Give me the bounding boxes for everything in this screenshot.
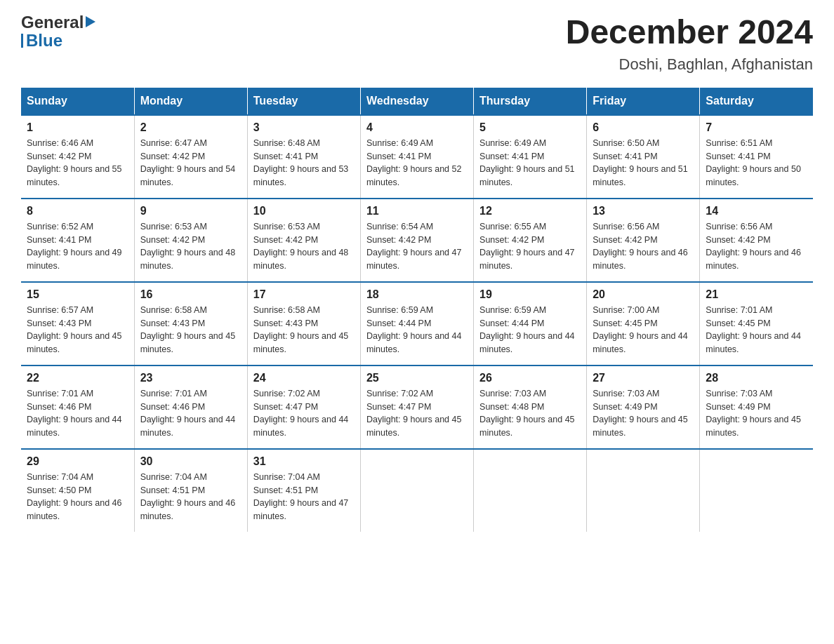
day-info: Sunrise: 6:56 AMSunset: 4:42 PMDaylight:… [706,220,807,273]
day-info: Sunrise: 6:47 AMSunset: 4:42 PMDaylight:… [140,137,241,189]
day-info: Sunrise: 6:53 AMSunset: 4:42 PMDaylight:… [253,220,355,273]
day-number: 27 [593,372,694,384]
day-number: 21 [706,288,807,301]
calendar-subtitle: Doshi, Baghlan, Afghanistan [566,55,813,74]
header-day-sunday: Sunday [21,88,134,115]
calendar-cell [474,449,587,532]
calendar-cell: 8Sunrise: 6:52 AMSunset: 4:41 PMDaylight… [21,199,134,282]
header-day-saturday: Saturday [700,88,813,115]
calendar-cell: 1Sunrise: 6:46 AMSunset: 4:42 PMDaylight… [21,115,134,199]
day-info: Sunrise: 6:52 AMSunset: 4:41 PMDaylight:… [27,220,128,273]
day-info: Sunrise: 6:59 AMSunset: 4:44 PMDaylight:… [366,304,468,356]
calendar-cell: 13Sunrise: 6:56 AMSunset: 4:42 PMDayligh… [587,199,700,282]
calendar-cell: 29Sunrise: 7:04 AMSunset: 4:50 PMDayligh… [21,449,134,532]
day-info: Sunrise: 6:56 AMSunset: 4:42 PMDaylight:… [593,220,694,273]
logo-arrow-icon [86,16,95,27]
day-number: 19 [479,288,581,301]
title-block: December 2024 Doshi, Baghlan, Afghanista… [566,14,813,74]
day-number: 31 [253,455,355,468]
day-number: 9 [140,205,241,217]
day-number: 18 [366,288,468,301]
header-day-tuesday: Tuesday [247,88,360,115]
week-row-2: 8Sunrise: 6:52 AMSunset: 4:41 PMDaylight… [21,199,813,282]
calendar-title: December 2024 [566,14,813,51]
day-info: Sunrise: 7:02 AMSunset: 4:47 PMDaylight:… [366,387,468,440]
day-info: Sunrise: 6:57 AMSunset: 4:43 PMDaylight:… [27,304,128,356]
logo: General Blue [21,14,95,49]
day-number: 11 [366,205,468,217]
calendar-cell: 14Sunrise: 6:56 AMSunset: 4:42 PMDayligh… [700,199,813,282]
day-info: Sunrise: 6:58 AMSunset: 4:43 PMDaylight:… [140,304,241,356]
calendar-cell: 12Sunrise: 6:55 AMSunset: 4:42 PMDayligh… [474,199,587,282]
calendar-cell: 23Sunrise: 7:01 AMSunset: 4:46 PMDayligh… [134,365,247,449]
day-number: 6 [593,121,694,134]
calendar-cell: 16Sunrise: 6:58 AMSunset: 4:43 PMDayligh… [134,282,247,365]
logo-blue-text: Blue [26,32,62,49]
day-number: 25 [366,372,468,384]
day-number: 17 [253,288,355,301]
day-info: Sunrise: 6:53 AMSunset: 4:42 PMDaylight:… [140,220,241,273]
day-number: 20 [593,288,694,301]
calendar-cell: 20Sunrise: 7:00 AMSunset: 4:45 PMDayligh… [587,282,700,365]
day-number: 4 [366,121,468,134]
calendar-cell: 30Sunrise: 7:04 AMSunset: 4:51 PMDayligh… [134,449,247,532]
calendar-cell: 18Sunrise: 6:59 AMSunset: 4:44 PMDayligh… [360,282,473,365]
day-number: 5 [479,121,581,134]
calendar-cell: 15Sunrise: 6:57 AMSunset: 4:43 PMDayligh… [21,282,134,365]
calendar-body: 1Sunrise: 6:46 AMSunset: 4:42 PMDaylight… [21,115,813,532]
day-number: 29 [27,455,128,468]
day-number: 12 [479,205,581,217]
day-number: 7 [706,121,807,134]
day-number: 8 [27,205,128,217]
day-number: 24 [253,372,355,384]
calendar-cell: 26Sunrise: 7:03 AMSunset: 4:48 PMDayligh… [474,365,587,449]
day-info: Sunrise: 6:51 AMSunset: 4:41 PMDaylight:… [706,137,807,189]
day-info: Sunrise: 7:04 AMSunset: 4:51 PMDaylight:… [253,471,355,523]
calendar-cell: 27Sunrise: 7:03 AMSunset: 4:49 PMDayligh… [587,365,700,449]
day-number: 30 [140,455,241,468]
calendar-table: SundayMondayTuesdayWednesdayThursdayFrid… [21,88,813,532]
header-day-monday: Monday [134,88,247,115]
day-info: Sunrise: 6:55 AMSunset: 4:42 PMDaylight:… [479,220,581,273]
header-day-friday: Friday [587,88,700,115]
day-info: Sunrise: 7:01 AMSunset: 4:45 PMDaylight:… [706,304,807,356]
week-row-1: 1Sunrise: 6:46 AMSunset: 4:42 PMDaylight… [21,115,813,199]
day-number: 28 [706,372,807,384]
calendar-cell [587,449,700,532]
calendar-cell: 25Sunrise: 7:02 AMSunset: 4:47 PMDayligh… [360,365,473,449]
calendar-cell: 10Sunrise: 6:53 AMSunset: 4:42 PMDayligh… [247,199,360,282]
day-number: 15 [27,288,128,301]
day-info: Sunrise: 6:58 AMSunset: 4:43 PMDaylight:… [253,304,355,356]
day-info: Sunrise: 6:50 AMSunset: 4:41 PMDaylight:… [593,137,694,189]
day-number: 1 [27,121,128,134]
calendar-cell: 9Sunrise: 6:53 AMSunset: 4:42 PMDaylight… [134,199,247,282]
day-number: 16 [140,288,241,301]
day-info: Sunrise: 7:04 AMSunset: 4:51 PMDaylight:… [140,471,241,523]
calendar-cell: 5Sunrise: 6:49 AMSunset: 4:41 PMDaylight… [474,115,587,199]
logo-vline-icon [21,34,23,48]
calendar-cell: 3Sunrise: 6:48 AMSunset: 4:41 PMDaylight… [247,115,360,199]
header-day-wednesday: Wednesday [360,88,473,115]
day-info: Sunrise: 7:03 AMSunset: 4:49 PMDaylight:… [593,387,694,440]
day-info: Sunrise: 7:01 AMSunset: 4:46 PMDaylight:… [140,387,241,440]
calendar-cell: 24Sunrise: 7:02 AMSunset: 4:47 PMDayligh… [247,365,360,449]
calendar-cell: 21Sunrise: 7:01 AMSunset: 4:45 PMDayligh… [700,282,813,365]
day-info: Sunrise: 6:49 AMSunset: 4:41 PMDaylight:… [366,137,468,189]
day-info: Sunrise: 6:46 AMSunset: 4:42 PMDaylight:… [27,137,128,189]
day-info: Sunrise: 7:04 AMSunset: 4:50 PMDaylight:… [27,471,128,523]
logo-general-text: General [21,14,84,31]
header-row: SundayMondayTuesdayWednesdayThursdayFrid… [21,88,813,115]
calendar-cell: 2Sunrise: 6:47 AMSunset: 4:42 PMDaylight… [134,115,247,199]
page-header: General Blue December 2024 Doshi, Baghla… [21,14,813,74]
calendar-cell: 19Sunrise: 6:59 AMSunset: 4:44 PMDayligh… [474,282,587,365]
day-info: Sunrise: 7:02 AMSunset: 4:47 PMDaylight:… [253,387,355,440]
day-number: 14 [706,205,807,217]
calendar-cell: 6Sunrise: 6:50 AMSunset: 4:41 PMDaylight… [587,115,700,199]
week-row-3: 15Sunrise: 6:57 AMSunset: 4:43 PMDayligh… [21,282,813,365]
day-info: Sunrise: 7:03 AMSunset: 4:49 PMDaylight:… [706,387,807,440]
day-number: 22 [27,372,128,384]
calendar-cell: 31Sunrise: 7:04 AMSunset: 4:51 PMDayligh… [247,449,360,532]
calendar-cell: 22Sunrise: 7:01 AMSunset: 4:46 PMDayligh… [21,365,134,449]
day-info: Sunrise: 6:48 AMSunset: 4:41 PMDaylight:… [253,137,355,189]
calendar-cell: 28Sunrise: 7:03 AMSunset: 4:49 PMDayligh… [700,365,813,449]
